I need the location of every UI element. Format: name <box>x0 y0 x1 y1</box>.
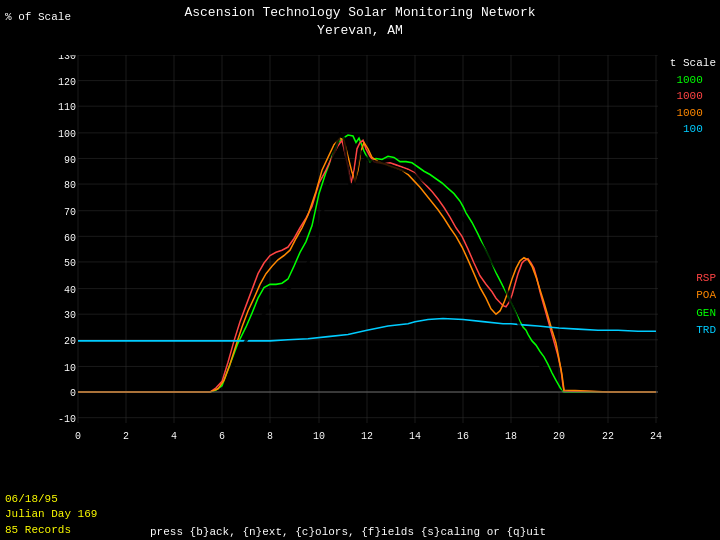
title-line2: Yerevan, AM <box>0 22 720 40</box>
title-line1: Ascension Technology Solar Monitoring Ne… <box>0 4 720 22</box>
svg-text:14: 14 <box>409 430 421 442</box>
svg-text:22: 22 <box>602 430 614 442</box>
svg-text:-10: -10 <box>58 413 76 425</box>
svg-text:80: 80 <box>64 179 76 191</box>
chart-title: Ascension Technology Solar Monitoring Ne… <box>0 0 720 40</box>
svg-text:10: 10 <box>313 430 325 442</box>
side-labels: RSP POA GEN TRD <box>696 270 716 340</box>
svg-text:10: 10 <box>64 361 76 373</box>
svg-text:18: 18 <box>505 430 517 442</box>
svg-text:24: 24 <box>650 430 662 442</box>
svg-text:4: 4 <box>171 430 177 442</box>
svg-text:20: 20 <box>553 430 565 442</box>
svg-text:100: 100 <box>58 128 76 140</box>
svg-text:120: 120 <box>58 76 76 88</box>
julian-label: Julian Day 169 <box>5 507 97 522</box>
svg-text:60: 60 <box>64 231 76 243</box>
svg-text:20: 20 <box>64 335 76 347</box>
date-label: 06/18/95 <box>5 492 97 507</box>
bottom-info: 06/18/95 Julian Day 169 85 Records <box>5 492 97 538</box>
side-rsp: RSP <box>696 270 716 288</box>
svg-text:50: 50 <box>64 257 76 269</box>
side-trd: TRD <box>696 322 716 340</box>
records-label: 85 Records <box>5 523 97 538</box>
svg-text:40: 40 <box>64 284 76 296</box>
svg-text:70: 70 <box>64 206 76 218</box>
svg-text:0: 0 <box>75 430 81 442</box>
svg-text:12: 12 <box>361 430 373 442</box>
svg-text:16: 16 <box>457 430 469 442</box>
svg-text:110: 110 <box>58 101 76 113</box>
svg-text:30: 30 <box>64 309 76 321</box>
y-axis-label: % of Scale <box>5 10 71 24</box>
svg-text:130: 130 <box>58 55 76 62</box>
bottom-command: press {b}ack, {n}ext, {c}olors, {f}ields… <box>150 526 546 538</box>
svg-text:90: 90 <box>64 153 76 165</box>
chart-area: -10 0 10 20 30 40 50 60 70 80 90 100 110… <box>48 55 670 455</box>
side-poa: POA <box>696 287 716 305</box>
svg-text:6: 6 <box>219 430 225 442</box>
chart-svg: -10 0 10 20 30 40 50 60 70 80 90 100 110… <box>48 55 670 455</box>
main-container: Ascension Technology Solar Monitoring Ne… <box>0 0 720 540</box>
side-gen: GEN <box>696 305 716 323</box>
svg-text:0: 0 <box>70 387 76 399</box>
svg-text:8: 8 <box>267 430 273 442</box>
svg-text:2: 2 <box>123 430 129 442</box>
